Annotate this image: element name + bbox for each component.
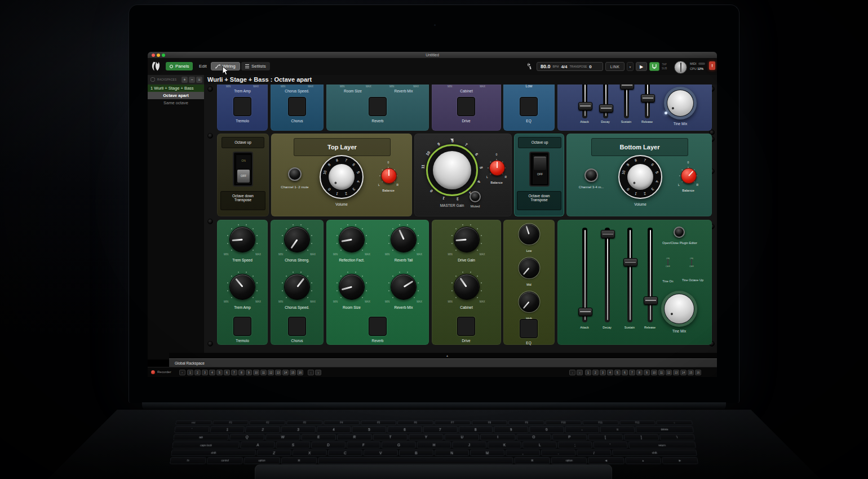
add-rackspace-button[interactable]: + (181, 77, 188, 83)
balance-knob[interactable]: 0 L R Balance (676, 158, 701, 191)
volume-knob[interactable]: 012345678910 (618, 155, 662, 199)
recorder-page-button[interactable]: 8 (636, 370, 643, 375)
gear-icon[interactable] (150, 77, 155, 82)
edit-button[interactable]: Edit (195, 62, 211, 70)
key[interactable]: L (522, 442, 557, 449)
key[interactable]: U (445, 434, 480, 441)
knob[interactable] (339, 227, 365, 252)
tuner-wrench-icon[interactable] (526, 63, 532, 71)
key[interactable]: F (346, 442, 380, 449)
slider-thumb[interactable] (578, 102, 592, 110)
key[interactable]: O (516, 434, 551, 441)
key[interactable]: fn (170, 457, 206, 464)
key[interactable]: F10 (546, 420, 582, 425)
channel-mute-button[interactable] (584, 168, 598, 182)
remove-rackspace-button[interactable]: − (189, 77, 195, 83)
recorder-page-button[interactable]: 13 (275, 370, 281, 375)
key[interactable]: ⌘ (281, 457, 317, 464)
tine-mix-knob[interactable] (661, 291, 697, 327)
knob[interactable] (229, 227, 255, 252)
record-icon[interactable] (151, 370, 155, 374)
global-rackspace-bar[interactable]: Global Rackspace (169, 358, 717, 367)
key[interactable]: shift (612, 449, 697, 456)
key[interactable]: R (337, 434, 372, 441)
sustain-slider[interactable] (624, 85, 629, 118)
key[interactable]: I (480, 434, 515, 441)
recorder-page-button[interactable]: 5 (614, 370, 621, 375)
sidebar-item-variation[interactable]: Same octave (148, 99, 204, 107)
release-slider[interactable] (648, 228, 653, 322)
trackpad[interactable] (255, 464, 612, 479)
key[interactable]: = (600, 426, 635, 433)
slider-thumb[interactable] (644, 296, 658, 305)
recorder-page-button[interactable]: 15 (290, 370, 296, 375)
knob[interactable] (339, 274, 365, 300)
recorder-page-button[interactable]: 4 (607, 370, 613, 375)
knob[interactable] (519, 224, 539, 245)
balance-knob[interactable]: 0 L R Balance (376, 158, 401, 191)
recorder-page-button[interactable]: 1 (187, 370, 193, 375)
key[interactable]: F3 (286, 420, 322, 425)
key[interactable]: C (327, 449, 362, 456)
recorder-page-button[interactable]: 3 (600, 370, 606, 375)
key[interactable]: F12 (619, 420, 656, 425)
tempo-display[interactable]: 80.0 BPM 4/4 TRANSPOSE 0 (537, 62, 603, 71)
recorder-page-button[interactable]: 5 (216, 370, 223, 375)
knob[interactable] (229, 274, 255, 300)
tine-octave-up-switch[interactable]: ONOFF (686, 257, 697, 268)
next-page-button[interactable]: › (315, 370, 321, 375)
recorder-page-button[interactable]: 6 (224, 370, 230, 375)
attack-slider[interactable] (582, 228, 587, 322)
key[interactable]: tab (173, 434, 229, 441)
key[interactable]: F5 (361, 420, 397, 425)
chorus-button[interactable] (288, 97, 306, 116)
recorder-page-button[interactable]: 7 (629, 370, 635, 375)
trem-speed-knob[interactable]: MINMAXTrem Speed (217, 224, 268, 266)
tine-mix-knob[interactable] (664, 87, 697, 119)
key[interactable]: , (506, 449, 541, 456)
recorder-page-button[interactable]: 12 (666, 370, 672, 375)
eq-low-knob[interactable]: Low (508, 222, 550, 255)
panels-button[interactable]: Panels (166, 62, 193, 70)
key[interactable]: esc (175, 420, 212, 425)
eq-button[interactable] (520, 319, 538, 338)
key[interactable]: Y (409, 434, 444, 441)
reverb-button[interactable] (369, 317, 387, 336)
decay-slider[interactable] (605, 228, 610, 322)
tap-tempo-label[interactable]: TAPSUB (662, 63, 667, 70)
decay-slider[interactable] (603, 85, 608, 118)
key[interactable]: N (435, 449, 469, 456)
recorder-page-button[interactable]: 1 (585, 370, 591, 375)
master-balance-knob[interactable]: 0 L R Balance (484, 150, 509, 183)
key[interactable]: D (311, 442, 346, 449)
key[interactable]: control (207, 457, 243, 464)
key[interactable]: K (488, 442, 522, 449)
eq-mid-knob[interactable]: Mid (508, 256, 550, 289)
metronome-gauge[interactable] (674, 61, 687, 74)
cabinet-knob[interactable]: MINMAXCabinet (432, 272, 501, 313)
key[interactable]: / (577, 449, 612, 456)
recorder-page-button[interactable]: 16 (695, 370, 701, 375)
key[interactable]: option (243, 457, 280, 464)
next-page-button[interactable]: › (577, 370, 583, 375)
muted-button[interactable] (470, 191, 481, 202)
key[interactable]: 9 (494, 426, 528, 433)
sidebar-item-rackspace[interactable]: 1 Wurli + Stage + Bass (148, 85, 204, 92)
recorder-marker-button[interactable]: ▪ (179, 370, 185, 375)
recorder-page-button[interactable]: 4 (209, 370, 215, 375)
trem-amp-knob[interactable]: MINMAXTrem Amp (217, 272, 268, 313)
key[interactable]: V (364, 449, 398, 456)
key[interactable]: B (399, 449, 433, 456)
key[interactable]: W (265, 434, 300, 441)
sidebar-item-variation-selected[interactable]: Octave apart (148, 92, 204, 99)
reflection-factor-knob[interactable]: MINMAXReflection Fact. (326, 224, 377, 266)
key[interactable]: ` (174, 426, 210, 433)
recorder-page-button[interactable]: 12 (268, 370, 274, 375)
recorder-page-button[interactable]: 2 (194, 370, 201, 375)
key[interactable]: delete (635, 426, 694, 433)
recorder-page-button[interactable]: 11 (260, 370, 267, 375)
open-plugin-editor-button[interactable] (674, 227, 685, 238)
recorder-page-button[interactable]: 9 (246, 370, 252, 375)
tempo-dropdown-button[interactable]: ▾ (627, 62, 634, 71)
key[interactable]: M (470, 449, 504, 456)
